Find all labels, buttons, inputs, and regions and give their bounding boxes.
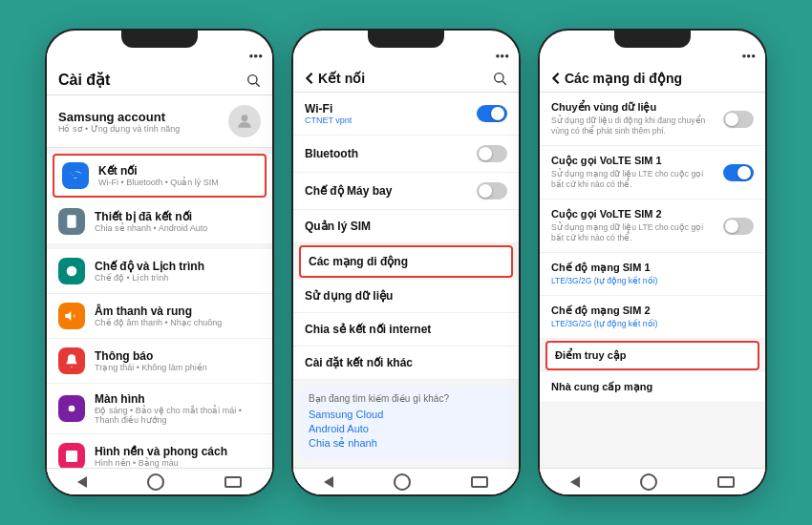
mobile-net-text: Các mạng di động: [309, 255, 503, 268]
svg-line-10: [67, 404, 68, 405]
item-thong-bao[interactable]: Thông báo Trạng thái • Không làm phiền: [47, 339, 272, 384]
thiet-bi-title: Thiết bị đã kết nối: [95, 210, 207, 223]
conn-mobile-net[interactable]: Các mạng di động: [299, 245, 513, 278]
che-do-icon: [58, 258, 85, 284]
mni-access-point-title: Điểm truy cập: [555, 349, 750, 362]
mni-volte-sim1-row: Cuộc gọi VoLTE SIM 1 Sử dụng mạng dữ liệ…: [551, 155, 754, 190]
conn-other[interactable]: Cài đặt kết nối khác: [293, 346, 519, 380]
hotspot-title: Chia sẻ kết nối internet: [305, 323, 507, 336]
home-nav-2[interactable]: [394, 473, 411, 491]
chuyen-vung-toggle[interactable]: [723, 111, 754, 128]
ket-noi-text: Kết nối Wi-Fi • Bluetooth • Quản lý SIM: [98, 164, 219, 187]
bottom-bar-1: [47, 468, 272, 494]
man-hinh-sub: Độ sáng • Bảo vệ cho mắt thoải mái • Tha…: [95, 406, 261, 425]
header-title-1: Cài đặt: [58, 71, 110, 89]
airplane-text: Chế độ Máy bay: [305, 184, 477, 198]
back-nav-3[interactable]: [570, 476, 580, 488]
mobile-net-list: Chuyển vùng dữ liệu Sử dụng dữ liệu di đ…: [540, 93, 765, 468]
mni-net-sim1[interactable]: Chế độ mạng SIM 1 LTE/3G/2G (tự động kết…: [540, 253, 765, 296]
status-bar-1: ●●●: [47, 48, 272, 63]
section-connections: Kết nối Wi-Fi • Bluetooth • Quản lý SIM …: [47, 154, 272, 243]
mni-net-sim2[interactable]: Chế độ mạng SIM 2 LTE/3G/2G (tự động kết…: [540, 296, 765, 339]
am-thanh-text: Âm thanh và rung Chế độ âm thanh • Nhạc …: [95, 304, 222, 327]
mni-volte-sim2[interactable]: Cuộc gọi VoLTE SIM 2 Sử dụng mạng dữ liệ…: [540, 200, 765, 253]
airplane-toggle[interactable]: [477, 182, 507, 200]
mni-volte-sim2-title: Cuộc gọi VoLTE SIM 2: [551, 208, 717, 220]
header-title-2: Kết nối: [318, 71, 365, 86]
screen-3: ●●● Các mạng di động Chuyển vùng dữ liệu…: [540, 48, 765, 494]
back-nav-2[interactable]: [324, 476, 333, 488]
item-ket-noi[interactable]: Kết nối Wi-Fi • Bluetooth • Quản lý SIM: [53, 154, 267, 198]
conn-airplane[interactable]: Chế độ Máy bay: [293, 173, 519, 210]
section-main: Chế độ và Lịch trình Chế độ • Lịch trình…: [47, 249, 272, 468]
svg-rect-3: [67, 215, 75, 227]
item-che-do[interactable]: Chế độ và Lịch trình Chế độ • Lịch trình: [47, 249, 272, 294]
mni-volte-sim1[interactable]: Cuộc gọi VoLTE SIM 1 Sử dụng mạng dữ liệ…: [540, 146, 765, 200]
thong-bao-title: Thông báo: [95, 349, 207, 363]
home-nav-1[interactable]: [147, 473, 164, 491]
notch-2: [368, 31, 444, 48]
am-thanh-icon: [58, 303, 85, 329]
hinh-nen-title: Hình nền và phong cách: [95, 445, 227, 458]
notch-1: [121, 31, 198, 48]
conn-data-usage[interactable]: Sử dụng dữ liệu: [293, 280, 519, 313]
hotspot-text: Chia sẻ kết nối internet: [305, 323, 507, 336]
wifi-toggle[interactable]: [477, 105, 507, 122]
mni-net-sim2-sub: LTE/3G/2G (tự động kết nối): [551, 319, 754, 329]
mobile-net-title: Các mạng di động: [309, 255, 503, 268]
man-hinh-title: Màn hình: [95, 392, 261, 406]
conn-wifi[interactable]: Wi-Fi CTNET vpnt: [293, 93, 519, 136]
volte-sim2-toggle[interactable]: [723, 218, 754, 235]
mni-chuyen-vung-title: Chuyển vùng dữ liệu: [551, 101, 717, 114]
suggestion-link-1[interactable]: Android Auto: [309, 423, 503, 434]
item-hinh-nen[interactable]: Hình nền và phong cách Hình nền • Bảng m…: [47, 434, 272, 468]
data-usage-text: Sử dụng dữ liệu: [305, 289, 507, 303]
back-button-3[interactable]: Các mạng di động: [551, 71, 682, 86]
svg-point-4: [71, 224, 72, 225]
svg-point-17: [495, 74, 503, 82]
suggestion-link-0[interactable]: Samsung Cloud: [309, 409, 503, 420]
mni-volte-sim1-text: Cuộc gọi VoLTE SIM 1 Sử dụng mạng dữ liệ…: [551, 155, 717, 190]
search-suggestion: Bạn đang tìm kiếm điều gì khác? Samsung …: [299, 386, 513, 460]
wifi-sub: CTNET vpnt: [305, 116, 477, 125]
data-usage-title: Sử dụng dữ liệu: [305, 289, 507, 303]
sim-text: Quản lý SIM: [305, 220, 507, 233]
avatar: [228, 105, 261, 137]
conn-sim[interactable]: Quản lý SIM: [293, 210, 519, 243]
status-bar-3: ●●●: [540, 48, 765, 63]
volte-sim1-toggle[interactable]: [723, 164, 754, 181]
home-nav-3[interactable]: [640, 473, 657, 491]
mni-net-sim1-title: Chế độ mạng SIM 1: [551, 262, 754, 274]
mni-access-point[interactable]: Điểm truy cập: [545, 341, 759, 370]
item-am-thanh[interactable]: Âm thanh và rung Chế độ âm thanh • Nhạc …: [47, 294, 272, 339]
screen-1: ●●● Cài đặt Samsung account Hồ sơ • Ứng …: [47, 48, 272, 494]
svg-point-7: [69, 406, 75, 412]
back-button-2[interactable]: Kết nối: [305, 71, 365, 86]
screen-2: ●●● Kết nối Wi-Fi CTNET vpnt: [293, 48, 519, 494]
search-icon-2[interactable]: [492, 71, 507, 86]
thiet-bi-icon: [58, 208, 85, 235]
bluetooth-toggle[interactable]: [477, 145, 507, 162]
item-man-hinh[interactable]: Màn hình Độ sáng • Bảo vệ cho mắt thoải …: [47, 384, 272, 434]
recent-nav-1[interactable]: [224, 476, 242, 488]
conn-bluetooth[interactable]: Bluetooth: [293, 136, 519, 173]
mni-net-sim1-sub: LTE/3G/2G (tự động kết nối): [551, 276, 754, 286]
mni-chuyen-vung-text: Chuyển vùng dữ liệu Sử dụng dữ liệu di đ…: [551, 101, 717, 136]
recent-nav-2[interactable]: [471, 476, 488, 488]
thiet-bi-text: Thiết bị đã kết nối Chia sẻ nhanh • Andr…: [95, 210, 207, 233]
conn-hotspot[interactable]: Chia sẻ kết nối internet: [293, 313, 519, 346]
other-title: Cài đặt kết nối khác: [305, 356, 507, 369]
wifi-text: Wi-Fi CTNET vpnt: [305, 102, 477, 125]
samsung-account[interactable]: Samsung account Hồ sơ • Ứng dụng và tính…: [47, 95, 272, 148]
thong-bao-sub: Trạng thái • Không làm phiền: [95, 363, 207, 372]
back-nav-1[interactable]: [77, 476, 87, 488]
search-icon-1[interactable]: [246, 73, 261, 88]
svg-line-11: [75, 412, 76, 413]
item-thiet-bi[interactable]: Thiết bị đã kết nối Chia sẻ nhanh • Andr…: [47, 200, 272, 243]
suggestion-link-2[interactable]: Chia sẻ nhanh: [309, 437, 503, 450]
svg-point-2: [242, 115, 248, 121]
recent-nav-3[interactable]: [717, 476, 735, 488]
mni-chuyen-vung[interactable]: Chuyển vùng dữ liệu Sử dụng dữ liệu di đ…: [540, 93, 765, 146]
svg-marker-6: [65, 311, 71, 320]
mni-provider[interactable]: Nhà cung cấp mạng: [540, 372, 765, 403]
